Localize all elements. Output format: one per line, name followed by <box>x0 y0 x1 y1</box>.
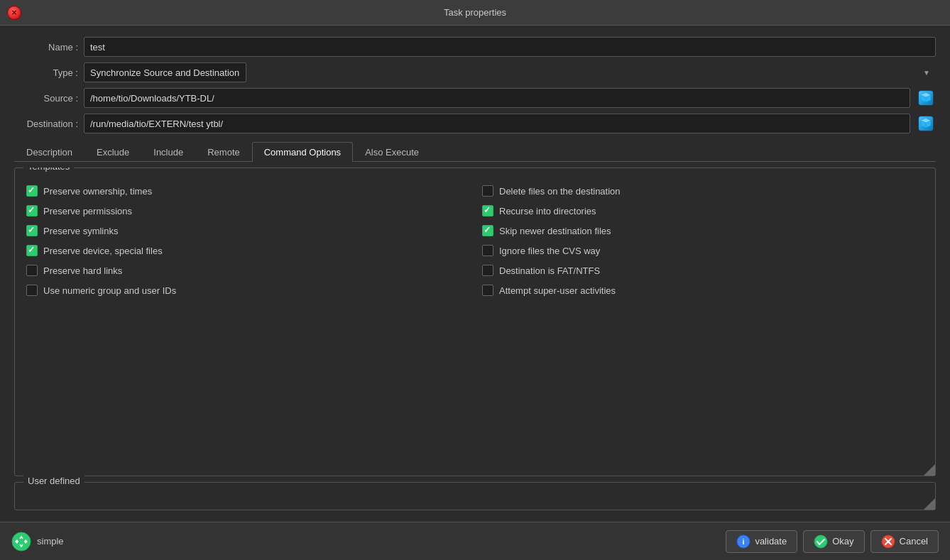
checkbox-preserve-ownership-input[interactable] <box>26 185 38 197</box>
source-browse-button[interactable] <box>916 88 936 108</box>
checkbox-preserve-permissions[interactable]: Preserve permissions <box>26 205 468 216</box>
templates-corner <box>924 464 935 476</box>
okay-icon <box>814 534 828 549</box>
checkbox-preserve-device-label: Preserve device, special files <box>43 246 163 256</box>
svg-point-5 <box>814 535 827 548</box>
checkbox-preserve-symlinks[interactable]: Preserve symlinks <box>26 225 468 236</box>
tab-exclude[interactable]: Exclude <box>84 142 141 162</box>
source-label: Source : <box>14 93 78 104</box>
checkbox-preserve-symlinks-input[interactable] <box>26 225 38 236</box>
source-browse-icon <box>918 90 934 106</box>
cancel-label: Cancel <box>900 536 928 547</box>
checkbox-preserve-hard-links-input[interactable] <box>26 265 38 276</box>
validate-label: validate <box>755 536 787 547</box>
checkbox-destination-fat[interactable]: Destination is FAT/NTFS <box>482 265 924 276</box>
tab-remote[interactable]: Remote <box>195 142 252 162</box>
left-checkbox-col: Preserve ownership, times Preserve permi… <box>26 185 468 464</box>
checkbox-preserve-hard-links[interactable]: Preserve hard links <box>26 265 468 276</box>
checkbox-preserve-symlinks-label: Preserve symlinks <box>43 226 118 236</box>
checkbox-use-numeric-label: Use numeric group and user IDs <box>43 285 176 296</box>
checkbox-delete-files-input[interactable] <box>482 185 493 197</box>
checkbox-recurse-dirs[interactable]: Recurse into directories <box>482 205 924 216</box>
main-content: Name : Type : Synchronize Source and Des… <box>0 26 950 522</box>
okay-label: Okay <box>832 536 853 547</box>
templates-content: Preserve ownership, times Preserve permi… <box>15 168 935 476</box>
checkbox-ignore-cvs-input[interactable] <box>482 245 493 256</box>
checkbox-attempt-superuser-label: Attempt super-user activities <box>499 285 616 296</box>
close-button[interactable]: × <box>7 6 21 20</box>
bottom-right: i validate Okay Cancel <box>726 530 939 553</box>
checkbox-preserve-permissions-label: Preserve permissions <box>43 206 132 216</box>
type-select[interactable]: Synchronize Source and Destination Copy … <box>84 62 246 82</box>
checkbox-skip-newer[interactable]: Skip newer destination files <box>482 225 924 236</box>
checkbox-preserve-hard-links-label: Preserve hard links <box>43 265 122 276</box>
destination-input[interactable] <box>84 114 910 133</box>
checkbox-preserve-permissions-input[interactable] <box>26 205 38 216</box>
checkbox-destination-fat-label: Destination is FAT/NTFS <box>499 265 600 276</box>
validate-icon: i <box>736 534 750 549</box>
tab-also-execute[interactable]: Also Execute <box>353 142 431 162</box>
cancel-button[interactable]: Cancel <box>870 530 939 553</box>
tabs-bar: Description Exclude Include Remote Comma… <box>14 142 936 162</box>
user-defined-title: User defined <box>23 476 84 486</box>
checkbox-use-numeric[interactable]: Use numeric group and user IDs <box>26 285 468 296</box>
checkbox-ignore-cvs-label: Ignore files the CVS way <box>499 246 600 256</box>
tab-description[interactable]: Description <box>14 142 84 162</box>
user-defined-corner <box>924 498 935 510</box>
bottom-left: simple <box>11 532 64 551</box>
checkbox-delete-files-label: Delete files on the destination <box>499 186 621 197</box>
destination-label: Destination : <box>14 119 78 129</box>
tab-include[interactable]: Include <box>141 142 195 162</box>
simple-mode-icon <box>11 532 31 551</box>
checkbox-delete-files[interactable]: Delete files on the destination <box>482 185 924 197</box>
simple-mode-label: simple <box>37 536 64 547</box>
name-label: Name : <box>14 42 78 53</box>
checkbox-attempt-superuser[interactable]: Attempt super-user activities <box>482 285 924 296</box>
checkbox-use-numeric-input[interactable] <box>26 285 38 296</box>
checkbox-attempt-superuser-input[interactable] <box>482 285 493 296</box>
type-row: Type : Synchronize Source and Destinatio… <box>14 62 936 82</box>
destination-browse-button[interactable] <box>916 114 936 133</box>
cancel-icon <box>881 534 895 549</box>
checkbox-preserve-device[interactable]: Preserve device, special files <box>26 245 468 256</box>
checkbox-skip-newer-label: Skip newer destination files <box>499 226 611 236</box>
checkbox-recurse-dirs-label: Recurse into directories <box>499 206 596 216</box>
window-title: Task properties <box>444 7 506 18</box>
title-bar: × Task properties <box>0 0 950 26</box>
right-checkbox-col: Delete files on the destination Recurse … <box>482 185 924 464</box>
checkbox-ignore-cvs[interactable]: Ignore files the CVS way <box>482 245 924 256</box>
checkbox-preserve-device-input[interactable] <box>26 245 38 256</box>
checkbox-skip-newer-input[interactable] <box>482 225 493 236</box>
destination-browse-icon <box>918 116 934 131</box>
source-row: Source : <box>14 88 936 108</box>
templates-section: Templates Preserve ownership, times Pres… <box>14 168 936 476</box>
templates-title: Templates <box>23 168 74 172</box>
tab-content: Templates Preserve ownership, times Pres… <box>14 168 936 510</box>
source-input[interactable] <box>84 88 910 108</box>
okay-button[interactable]: Okay <box>803 530 864 553</box>
user-defined-section: User defined <box>14 482 936 510</box>
type-label: Type : <box>14 67 78 78</box>
svg-point-2 <box>12 532 31 551</box>
checkbox-destination-fat-input[interactable] <box>482 265 493 276</box>
validate-button[interactable]: i validate <box>726 530 797 553</box>
tab-command-options[interactable]: Command Options <box>252 142 353 162</box>
destination-row: Destination : <box>14 114 936 133</box>
checkbox-preserve-ownership-label: Preserve ownership, times <box>43 186 152 197</box>
bottom-bar: simple i validate Okay Cancel <box>0 522 950 560</box>
checkbox-recurse-dirs-input[interactable] <box>482 205 493 216</box>
svg-text:i: i <box>743 537 745 546</box>
checkbox-preserve-ownership[interactable]: Preserve ownership, times <box>26 185 468 197</box>
name-row: Name : <box>14 37 936 57</box>
name-input[interactable] <box>84 37 936 57</box>
